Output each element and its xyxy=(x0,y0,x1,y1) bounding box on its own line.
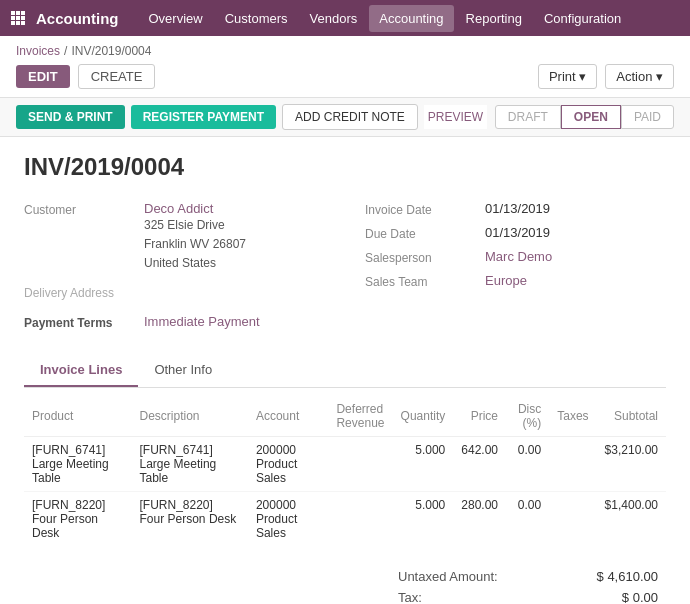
row2-account: 200000 Product Sales xyxy=(248,491,329,546)
table-row: [FURN_6741] Large Meeting Table [FURN_67… xyxy=(24,436,666,491)
print-button[interactable]: Print ▾ xyxy=(538,64,597,89)
invoice-lines-table: Product Description Account Deferred Rev… xyxy=(24,396,666,546)
row2-quantity: 5.000 xyxy=(393,491,454,546)
payment-terms-row: Payment Terms Immediate Payment xyxy=(24,314,325,334)
edit-button[interactable]: EDIT xyxy=(16,65,70,88)
secondary-bar: SEND & PRINT REGISTER PAYMENT ADD CREDIT… xyxy=(0,97,690,137)
status-draft: DRAFT xyxy=(495,105,561,129)
untaxed-label: Untaxed Amount: xyxy=(398,569,514,584)
tax-row: Tax: $ 0.00 xyxy=(398,587,658,604)
payment-terms-value[interactable]: Immediate Payment xyxy=(144,314,260,329)
row2-price: 280.00 xyxy=(453,491,506,546)
svg-rect-0 xyxy=(11,11,15,15)
invoice-date-label: Invoice Date xyxy=(365,201,485,217)
customer-field-row: Customer Deco Addict 325 Elsie Drive Fra… xyxy=(24,201,325,274)
page-content: Invoices / INV/2019/0004 EDIT CREATE Pri… xyxy=(0,36,690,604)
invoice-fields-left: Customer Deco Addict 325 Elsie Drive Fra… xyxy=(24,201,325,334)
col-description: Description xyxy=(132,396,248,437)
row2-disc: 0.00 xyxy=(506,491,549,546)
menu-accounting[interactable]: Accounting xyxy=(369,5,453,32)
row2-deferred-revenue xyxy=(328,491,392,546)
col-taxes: Taxes xyxy=(549,396,596,437)
app-title: Accounting xyxy=(36,10,119,27)
due-date-label: Due Date xyxy=(365,225,485,241)
action-bar: EDIT CREATE Print ▾ Action ▾ xyxy=(0,60,690,97)
customer-value: Deco Addict 325 Elsie Drive Franklin WV … xyxy=(144,201,246,274)
row1-deferred-revenue xyxy=(328,436,392,491)
delivery-address-label: Delivery Address xyxy=(24,286,114,300)
invoice-tabs: Invoice Lines Other Info xyxy=(24,354,666,388)
invoice-fields: Customer Deco Addict 325 Elsie Drive Fra… xyxy=(24,201,666,334)
row2-product: [FURN_8220] Four Person Desk xyxy=(24,491,132,546)
create-button[interactable]: CREATE xyxy=(78,64,156,89)
col-product: Product xyxy=(24,396,132,437)
totals-table: Untaxed Amount: $ 4,610.00 Tax: $ 0.00 T… xyxy=(398,566,658,604)
sales-team-value[interactable]: Europe xyxy=(485,273,527,288)
untaxed-value: $ 4,610.00 xyxy=(578,569,658,584)
status-group: DRAFT OPEN PAID xyxy=(495,105,674,129)
menu-overview[interactable]: Overview xyxy=(139,5,213,32)
sales-team-label: Sales Team xyxy=(365,273,485,289)
svg-rect-2 xyxy=(21,11,25,15)
col-price: Price xyxy=(453,396,506,437)
col-account: Account xyxy=(248,396,329,437)
invoice-date-row: Invoice Date 01/13/2019 xyxy=(365,201,666,221)
action-button[interactable]: Action ▾ xyxy=(605,64,674,89)
preview-button[interactable]: PREVIEW xyxy=(424,105,487,129)
main-menu: Overview Customers Vendors Accounting Re… xyxy=(139,5,632,32)
menu-customers[interactable]: Customers xyxy=(215,5,298,32)
invoice-fields-right: Invoice Date 01/13/2019 Due Date 01/13/2… xyxy=(365,201,666,334)
untaxed-row: Untaxed Amount: $ 4,610.00 xyxy=(398,566,658,587)
row1-account: 200000 Product Sales xyxy=(248,436,329,491)
col-disc: Disc (%) xyxy=(506,396,549,437)
salesperson-value[interactable]: Marc Demo xyxy=(485,249,552,264)
svg-rect-5 xyxy=(21,16,25,20)
row2-description: [FURN_8220] Four Person Desk xyxy=(132,491,248,546)
tab-invoice-lines[interactable]: Invoice Lines xyxy=(24,354,138,387)
invoice-date-value: 01/13/2019 xyxy=(485,201,550,216)
tax-label: Tax: xyxy=(398,590,438,604)
menu-reporting[interactable]: Reporting xyxy=(456,5,532,32)
salesperson-row: Salesperson Marc Demo xyxy=(365,249,666,269)
status-open: OPEN xyxy=(561,105,621,129)
customer-name[interactable]: Deco Addict xyxy=(144,201,246,216)
breadcrumb-current: INV/2019/0004 xyxy=(71,44,151,58)
send-print-button[interactable]: SEND & PRINT xyxy=(16,105,125,129)
table-row: [FURN_8220] Four Person Desk [FURN_8220]… xyxy=(24,491,666,546)
row1-description: [FURN_6741] Large Meeting Table xyxy=(132,436,248,491)
grid-icon[interactable] xyxy=(8,8,28,28)
register-payment-button[interactable]: REGISTER PAYMENT xyxy=(131,105,276,129)
svg-rect-8 xyxy=(21,21,25,25)
row1-taxes xyxy=(549,436,596,491)
right-actions: Print ▾ Action ▾ xyxy=(538,64,674,89)
svg-rect-6 xyxy=(11,21,15,25)
delivery-address-row: Delivery Address xyxy=(24,286,325,306)
menu-configuration[interactable]: Configuration xyxy=(534,5,631,32)
row1-quantity: 5.000 xyxy=(393,436,454,491)
sales-team-row: Sales Team Europe xyxy=(365,273,666,293)
status-paid: PAID xyxy=(621,105,674,129)
top-navigation: Accounting Overview Customers Vendors Ac… xyxy=(0,0,690,36)
breadcrumb: Invoices / INV/2019/0004 xyxy=(16,44,151,58)
invoice-body: INV/2019/0004 Customer Deco Addict 325 E… xyxy=(0,137,690,604)
customer-address: 325 Elsie Drive Franklin WV 26807 United… xyxy=(144,216,246,274)
add-credit-note-button[interactable]: ADD CREDIT NOTE xyxy=(282,104,418,130)
svg-rect-7 xyxy=(16,21,20,25)
col-quantity: Quantity xyxy=(393,396,454,437)
due-date-row: Due Date 01/13/2019 xyxy=(365,225,666,245)
tab-other-info[interactable]: Other Info xyxy=(138,354,228,387)
col-subtotal: Subtotal xyxy=(597,396,666,437)
invoice-number: INV/2019/0004 xyxy=(24,153,666,181)
svg-rect-4 xyxy=(16,16,20,20)
tax-value: $ 0.00 xyxy=(578,590,658,604)
row1-subtotal: $3,210.00 xyxy=(597,436,666,491)
salesperson-label: Salesperson xyxy=(365,249,485,265)
menu-vendors[interactable]: Vendors xyxy=(300,5,368,32)
row1-product: [FURN_6741] Large Meeting Table xyxy=(24,436,132,491)
svg-rect-3 xyxy=(11,16,15,20)
row2-subtotal: $1,400.00 xyxy=(597,491,666,546)
row1-price: 642.00 xyxy=(453,436,506,491)
payment-terms-label: Payment Terms xyxy=(24,314,144,330)
row2-taxes xyxy=(549,491,596,546)
breadcrumb-parent[interactable]: Invoices xyxy=(16,44,60,58)
